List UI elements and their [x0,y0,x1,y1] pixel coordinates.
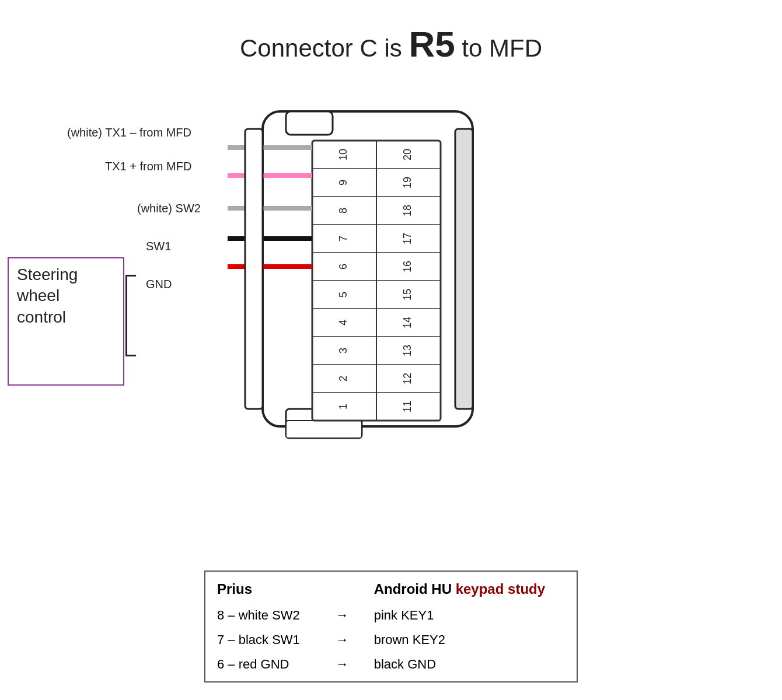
pin-13: 13 [402,345,413,356]
pin-12: 12 [402,373,413,384]
svg-rect-3 [286,421,362,438]
label-sw2: (white) SW2 [137,202,201,215]
pin-20: 20 [402,149,413,160]
title-highlight: R5 [409,24,455,64]
pin-11: 11 [402,401,413,412]
table-row-1: 8 – white SW2 → pink KEY1 [205,603,577,628]
pin-1: 1 [337,404,349,410]
info-table: Prius Android HU keypad study 8 – white … [204,570,578,682]
connector-diagram: 10 9 8 7 6 5 4 3 2 1 20 19 18 17 16 15 1… [228,94,519,456]
pin-8: 8 [337,208,349,214]
table-header-row: Prius Android HU keypad study [205,571,577,603]
prius-row1: 8 – white SW2 [205,603,322,628]
pin-7: 7 [337,236,349,242]
table-row-2: 7 – black SW1 → brown KEY2 [205,628,577,652]
info-table-container: Prius Android HU keypad study 8 – white … [204,570,578,682]
swc-label: Steering wheel control [17,264,115,328]
pin-5: 5 [337,292,349,298]
pin-9: 9 [337,180,349,186]
table-row-3: 6 – red GND → black GND [205,652,577,682]
steering-wheel-control-box: Steering wheel control [8,257,124,386]
pin-17: 17 [402,233,413,244]
pin-4: 4 [337,320,349,326]
header-android: Android HU keypad study [362,571,577,603]
diagram-area: (white) TX1 – from MFD TX1 + from MFD (w… [0,82,782,479]
pin-6: 6 [337,264,349,270]
pin-3: 3 [337,348,349,354]
label-tx1-white: (white) TX1 – from MFD [67,126,191,139]
svg-rect-16 [455,129,473,409]
title-area: Connector C is R5 to MFD [0,0,782,82]
header-prius: Prius [205,571,322,603]
title-prefix: Connector C is [240,34,409,62]
pin-16: 16 [402,261,413,272]
header-arrow [322,571,362,603]
android-row2: brown KEY2 [362,628,577,652]
android-row1: pink KEY1 [362,603,577,628]
pin-2: 2 [337,376,349,382]
label-tx1-plus: TX1 + from MFD [105,160,191,173]
svg-rect-1 [286,111,333,135]
pin-15: 15 [402,289,413,300]
pin-19: 19 [402,177,413,188]
arrow-row2: → [322,628,362,652]
steering-wheel-bracket [125,275,136,356]
svg-rect-15 [245,129,263,409]
label-sw1: SW1 [146,240,171,253]
pin-14: 14 [402,317,413,328]
title-suffix: to MFD [455,34,542,62]
arrow-row3: → [322,652,362,682]
arrow-row1: → [322,603,362,628]
pin-18: 18 [402,205,413,216]
pin-10: 10 [337,149,349,160]
android-row3: black GND [362,652,577,682]
prius-row3: 6 – red GND [205,652,322,682]
keypad-study-label: keypad study [456,581,545,597]
label-gnd: GND [146,278,172,291]
prius-row2: 7 – black SW1 [205,628,322,652]
